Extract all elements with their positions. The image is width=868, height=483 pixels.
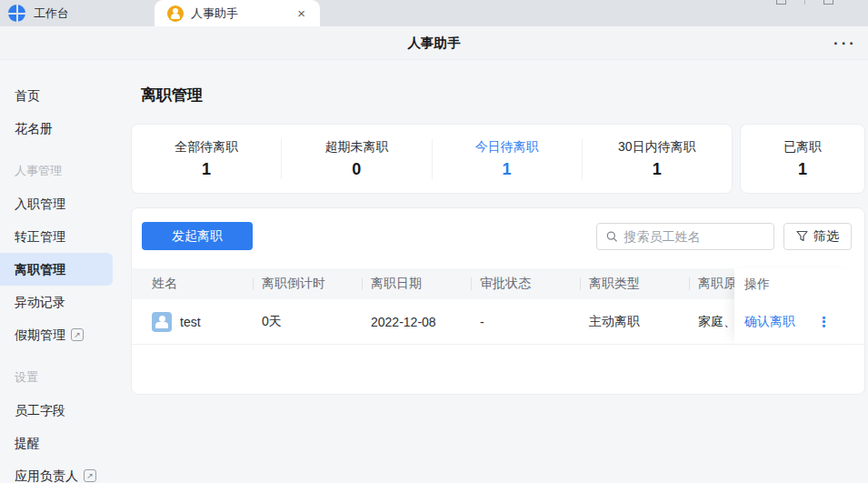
stat-today[interactable]: 今日待离职 1 bbox=[433, 139, 582, 179]
window-controls-divider bbox=[804, 0, 805, 5]
table-toolbar: 发起离职 筛选 bbox=[142, 222, 852, 250]
window-controls bbox=[776, 0, 863, 5]
sidebar-item-probation[interactable]: 转正管理 bbox=[0, 220, 127, 253]
sidebar-item-employee-fields[interactable]: 员工字段 bbox=[0, 394, 127, 427]
sidebar-item-transfer-records[interactable]: 异动记录 bbox=[0, 286, 127, 318]
window-restore-icon[interactable] bbox=[776, 0, 786, 5]
col-operations: 操作 bbox=[734, 268, 864, 299]
cell-name: test bbox=[132, 312, 253, 332]
row-more-actions-icon[interactable]: ⋮ bbox=[817, 315, 831, 328]
more-options-icon[interactable]: ··· bbox=[833, 35, 857, 53]
operations-column: 操作 确认离职 ⋮ bbox=[734, 268, 864, 345]
filter-button[interactable]: 筛选 bbox=[783, 223, 852, 250]
initiate-resignation-button[interactable]: 发起离职 bbox=[142, 222, 253, 250]
col-approval-status: 审批状态 bbox=[471, 276, 580, 292]
cell-type: 主动离职 bbox=[580, 314, 689, 330]
external-link-icon: ↗ bbox=[84, 469, 96, 482]
resignation-table: 姓名 离职倒计时 离职日期 审批状态 离职类型 离职原因 test 0天 202… bbox=[132, 268, 864, 345]
workbench-logo-icon bbox=[8, 5, 25, 22]
stat-overdue[interactable]: 超期未离职 0 bbox=[282, 139, 431, 179]
stat-within-30-days[interactable]: 30日内待离职 1 bbox=[583, 139, 732, 179]
app-title: 人事助手 bbox=[408, 35, 461, 52]
tab-workbench-label: 工作台 bbox=[34, 5, 69, 22]
sidebar-item-app-owner[interactable]: 应用负责人 ↗ bbox=[0, 459, 127, 483]
browser-tab-bar: 工作台 人事助手 × bbox=[0, 0, 868, 26]
sidebar-item-resignation[interactable]: 离职管理 bbox=[0, 253, 113, 286]
employee-name: test bbox=[180, 315, 201, 329]
sidebar-item-roster[interactable]: 花名册 bbox=[0, 112, 127, 145]
sidebar-item-onboarding[interactable]: 入职管理 bbox=[0, 187, 127, 220]
search-box[interactable] bbox=[596, 223, 774, 250]
tab-hr-assistant-label: 人事助手 bbox=[191, 5, 238, 22]
resignation-table-card: 发起离职 筛选 bbox=[131, 207, 865, 395]
stats-card: 全部待离职 1 超期未离职 0 今日待离职 1 30日内待离职 1 bbox=[131, 124, 733, 194]
employee-avatar bbox=[152, 312, 172, 332]
tab-close-icon[interactable]: × bbox=[294, 5, 309, 22]
search-input[interactable] bbox=[624, 229, 764, 244]
col-countdown: 离职倒计时 bbox=[253, 276, 362, 292]
search-icon bbox=[606, 230, 617, 243]
sidebar-section-settings: 设置 bbox=[0, 361, 127, 394]
sidebar-section-hr: 人事管理 bbox=[0, 155, 127, 187]
cell-approval-status: - bbox=[471, 315, 580, 329]
window-maximize-icon[interactable] bbox=[823, 0, 833, 5]
col-type: 离职类型 bbox=[580, 276, 689, 292]
hr-assistant-app-icon bbox=[167, 5, 184, 22]
sidebar-item-leave-management[interactable]: 假期管理 ↗ bbox=[0, 318, 127, 351]
tab-hr-assistant[interactable]: 人事助手 × bbox=[155, 0, 320, 26]
window-resize-icon[interactable] bbox=[850, 0, 865, 6]
stat-resigned[interactable]: 已离职 1 bbox=[740, 124, 865, 194]
stats-row: 全部待离职 1 超期未离职 0 今日待离职 1 30日内待离职 1 bbox=[131, 124, 865, 194]
external-link-icon: ↗ bbox=[71, 328, 84, 341]
app-header: 人事助手 ··· bbox=[0, 26, 868, 60]
col-name: 姓名 bbox=[132, 276, 253, 292]
col-date: 离职日期 bbox=[362, 276, 471, 292]
cell-date: 2022-12-08 bbox=[362, 315, 471, 329]
tab-workbench[interactable]: 工作台 bbox=[0, 0, 155, 26]
sidebar-item-home[interactable]: 首页 bbox=[0, 79, 127, 112]
sidebar: 首页 花名册 人事管理 入职管理 转正管理 离职管理 异动记录 假期管理 ↗ 设… bbox=[0, 60, 127, 483]
cell-countdown: 0天 bbox=[253, 314, 362, 330]
filter-funnel-icon bbox=[796, 230, 808, 242]
sidebar-item-reminders[interactable]: 提醒 bbox=[0, 427, 127, 459]
confirm-resignation-link[interactable]: 确认离职 bbox=[744, 314, 795, 330]
stat-all-pending[interactable]: 全部待离职 1 bbox=[132, 139, 281, 179]
main-content: 离职管理 全部待离职 1 超期未离职 0 今日待离职 1 bbox=[127, 60, 868, 483]
page-title: 离职管理 bbox=[141, 85, 865, 106]
